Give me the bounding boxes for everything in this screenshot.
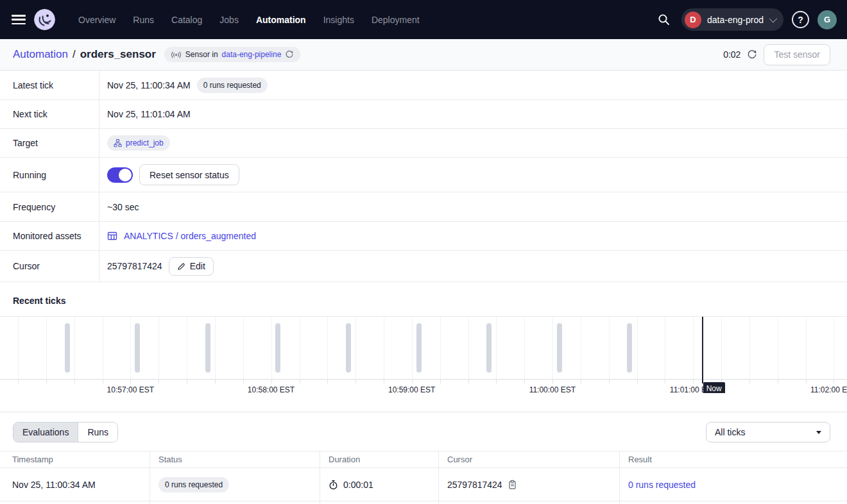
target-job-pill[interactable]: predict_job (107, 135, 170, 151)
timeline-axis-tick (665, 380, 665, 383)
timeline-axis-tick (834, 380, 834, 383)
col-cursor: Cursor (438, 451, 619, 467)
dagster-logo[interactable] (34, 9, 55, 30)
timeline-axis-tick (130, 380, 131, 383)
copy-cursor-icon[interactable] (508, 480, 517, 490)
cell-cursor: 25797817424 (447, 480, 502, 490)
timeline-gridline (327, 317, 328, 379)
row-latest-tick: Latest tick Nov 25, 11:00:34 AM 0 runs r… (0, 71, 847, 100)
row-label: Next tick (0, 100, 99, 128)
stopwatch-icon (329, 480, 338, 490)
timeline-axis-tick (581, 380, 581, 383)
recent-ticks-heading: Recent ticks (13, 296, 847, 306)
hamburger-icon[interactable] (12, 15, 26, 24)
timeline-axis-tick (496, 380, 497, 383)
row-frequency: Frequency ~30 sec (0, 192, 847, 222)
nav-item-automation[interactable]: Automation (256, 15, 306, 25)
timeline-gridline (412, 317, 413, 379)
reset-sensor-status-button[interactable]: Reset sensor status (139, 164, 239, 185)
tick-bar[interactable] (557, 323, 562, 373)
timeline-gridline (440, 317, 441, 379)
avatar[interactable]: G (817, 10, 837, 29)
timeline-gridline (496, 317, 497, 379)
workspace-name: data-eng-prod (707, 15, 764, 25)
timeline-gridline (524, 317, 525, 379)
running-toggle[interactable] (107, 167, 133, 183)
timeline-axis-tick (440, 380, 441, 383)
timeline-axis-tick (18, 380, 19, 383)
timeline-axis-tick (749, 380, 750, 383)
tick-bar[interactable] (205, 323, 210, 373)
row-label: Frequency (0, 192, 99, 221)
tick-view-tabs: Evaluations Runs (13, 422, 118, 442)
test-sensor-button[interactable]: Test sensor (764, 44, 830, 65)
row-next-tick: Next tick Nov 25, 11:01:04 AM (0, 100, 847, 129)
timeline-gridline (187, 317, 187, 379)
latest-tick-time: Nov 25, 11:00:34 AM (107, 80, 191, 90)
timeline-axis-tick (693, 380, 694, 383)
timeline-gridline (384, 317, 384, 379)
workspace-switcher[interactable]: D data-eng-prod (681, 8, 783, 31)
tick-bar[interactable] (416, 323, 422, 373)
sensor-icon (171, 51, 182, 59)
table-row-partial (0, 501, 847, 504)
timeline-gridline (609, 317, 610, 379)
nav-item-jobs[interactable]: Jobs (219, 15, 239, 25)
repo-link[interactable]: data-eng-pipeline (222, 50, 282, 59)
timeline-gridline (721, 317, 722, 379)
target-job-link[interactable]: predict_job (126, 139, 164, 147)
result-link[interactable]: 0 runs requested (628, 480, 696, 490)
timeline-gridline (215, 317, 216, 379)
tab-evaluations[interactable]: Evaluations (13, 423, 78, 442)
help-icon[interactable]: ? (792, 11, 809, 28)
status-badge: 0 runs requested (158, 477, 229, 492)
timeline-axis-tick (243, 380, 244, 383)
timeline-axis (0, 379, 847, 380)
tick-bar[interactable] (65, 323, 70, 373)
timeline-gridline (355, 317, 356, 379)
search-icon[interactable] (654, 10, 673, 29)
timeline-gridline (581, 317, 581, 379)
tab-runs[interactable]: Runs (78, 423, 117, 442)
timeline-axis-tick (300, 380, 300, 383)
tick-bar[interactable] (275, 323, 280, 373)
table-header-row: Timestamp Status Duration Cursor Result (0, 451, 847, 468)
sensor-details: Latest tick Nov 25, 11:00:34 AM 0 runs r… (0, 71, 847, 282)
timeline-gridline (271, 317, 272, 379)
frequency-value: ~30 sec (107, 202, 139, 212)
nav-item-catalog[interactable]: Catalog (171, 15, 202, 25)
refresh-icon[interactable] (747, 49, 757, 60)
edit-cursor-button[interactable]: Edit (169, 257, 214, 276)
col-duration: Duration (320, 451, 438, 467)
col-result: Result (619, 451, 847, 467)
chevron-down-icon (769, 15, 778, 23)
reload-repo-icon[interactable] (285, 50, 294, 59)
nav-item-runs[interactable]: Runs (133, 15, 154, 25)
asset-table-icon (107, 231, 117, 241)
sensor-type-label: Sensor in (185, 50, 218, 59)
tick-filter-select[interactable]: All ticks (706, 422, 830, 442)
nav-item-deployment[interactable]: Deployment (372, 15, 420, 25)
timeline-axis-tick (74, 380, 75, 383)
tick-bar[interactable] (135, 323, 140, 373)
timeline-axis-tick (524, 380, 525, 383)
monitored-asset-link[interactable]: ANALYTICS / orders_augmented (124, 231, 256, 241)
workspace-badge: D (685, 12, 701, 28)
row-cursor: Cursor 25797817424 Edit (0, 251, 847, 282)
breadcrumb-automation[interactable]: Automation (13, 48, 68, 61)
tick-bar[interactable] (627, 323, 632, 373)
nav-item-insights[interactable]: Insights (323, 15, 354, 25)
job-icon (114, 139, 122, 147)
timeline-gridline (158, 317, 159, 379)
nav-item-overview[interactable]: Overview (78, 15, 116, 25)
timeline-gridline (806, 317, 807, 379)
tick-bar[interactable] (486, 323, 492, 373)
timeline-axis-tick (187, 380, 187, 383)
caret-down-icon (816, 431, 821, 434)
tick-timeline[interactable]: 10:57:00 EST10:58:00 EST10:59:00 EST11:0… (0, 316, 847, 393)
timeline-axis-label: 11:02:00 EST (810, 385, 847, 393)
row-label: Cursor (0, 251, 99, 281)
cursor-value: 25797817424 (107, 261, 162, 271)
col-status: Status (150, 451, 320, 467)
tick-bar[interactable] (346, 323, 351, 373)
